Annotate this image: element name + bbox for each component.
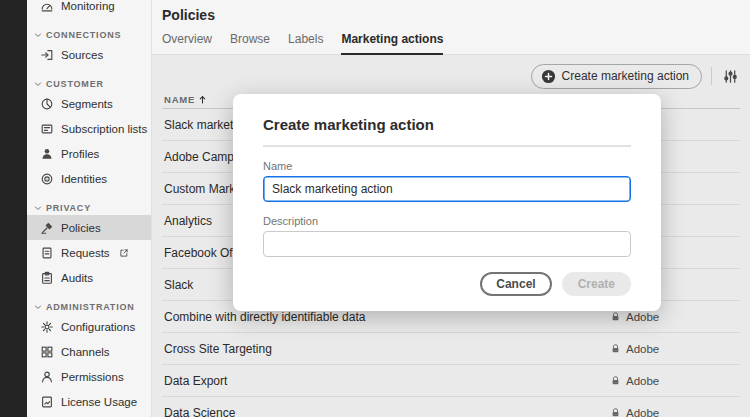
create-button[interactable]: Create xyxy=(562,272,631,296)
app-root: Monitoring CONNECTIONS Sources CUSTOMER … xyxy=(0,0,750,417)
dialog-divider xyxy=(263,145,631,147)
description-input[interactable] xyxy=(263,231,631,257)
dialog-actions: Cancel Create xyxy=(263,272,631,296)
description-field-label: Description xyxy=(263,215,631,227)
cancel-button[interactable]: Cancel xyxy=(480,272,551,296)
name-input[interactable] xyxy=(263,176,631,202)
dialog-title: Create marketing action xyxy=(263,116,631,133)
create-marketing-action-dialog: Create marketing action Name Description… xyxy=(233,94,661,311)
name-field-label: Name xyxy=(263,160,631,172)
